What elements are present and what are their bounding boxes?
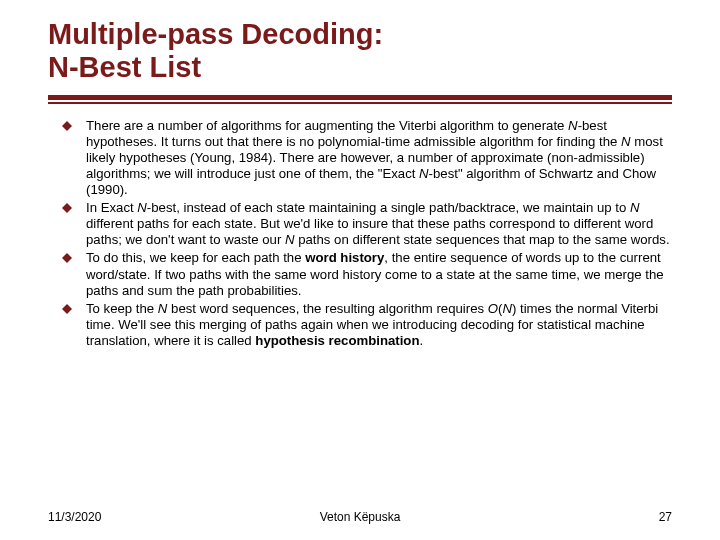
list-item: There are a number of algorithms for aug… [62,118,672,198]
footer-author: Veton Këpuska [320,510,401,524]
bullet-text: In Exact N-best, instead of each state m… [86,200,670,247]
footer-date: 11/3/2020 [48,510,101,524]
slide-footer: 11/3/2020 Veton Këpuska 27 [48,510,672,524]
svg-marker-3 [62,304,72,314]
list-item: In Exact N-best, instead of each state m… [62,200,672,248]
title-rule [48,95,672,104]
slide-title: Multiple-pass Decoding: N-Best List [48,18,672,85]
list-item: To keep the N best word sequences, the r… [62,301,672,349]
bullet-text: To do this, we keep for each path the wo… [86,250,664,297]
diamond-icon [62,121,72,131]
svg-marker-2 [62,253,72,263]
bullet-list: There are a number of algorithms for aug… [48,118,672,349]
list-item: To do this, we keep for each path the wo… [62,250,672,298]
title-line-1: Multiple-pass Decoding: [48,18,383,50]
bullet-text: There are a number of algorithms for aug… [86,118,663,197]
diamond-icon [62,304,72,314]
svg-marker-1 [62,203,72,213]
footer-page: 27 [659,510,672,524]
bullet-text: To keep the N best word sequences, the r… [86,301,658,348]
svg-marker-0 [62,121,72,131]
title-line-2: N-Best List [48,51,201,83]
diamond-icon [62,253,72,263]
diamond-icon [62,203,72,213]
